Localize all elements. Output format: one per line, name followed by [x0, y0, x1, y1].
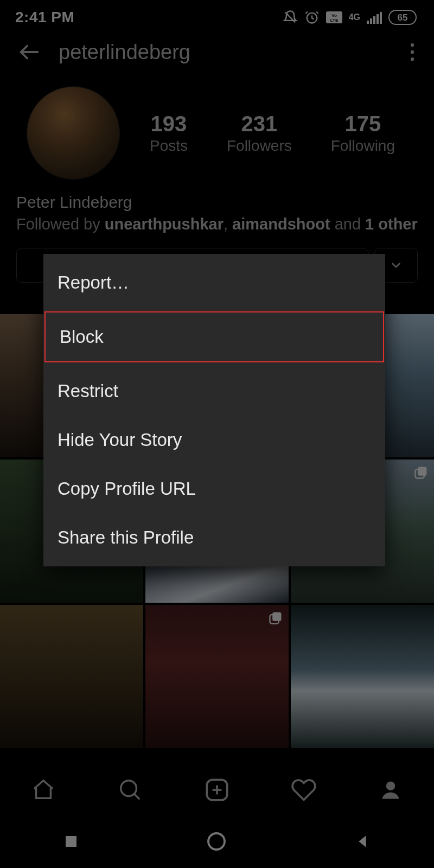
screen: 2:41 PM VoLTE 4G 65 peterlindeberg: [0, 0, 434, 868]
options-menu: Report… Block Restrict Hide Your Story C…: [43, 254, 385, 566]
menu-restrict[interactable]: Restrict: [43, 367, 385, 416]
menu-block[interactable]: Block: [44, 311, 384, 362]
menu-hide-story[interactable]: Hide Your Story: [43, 416, 385, 464]
menu-report[interactable]: Report…: [43, 258, 385, 307]
menu-copy-url[interactable]: Copy Profile URL: [43, 464, 385, 513]
menu-share-profile[interactable]: Share this Profile: [43, 513, 385, 562]
